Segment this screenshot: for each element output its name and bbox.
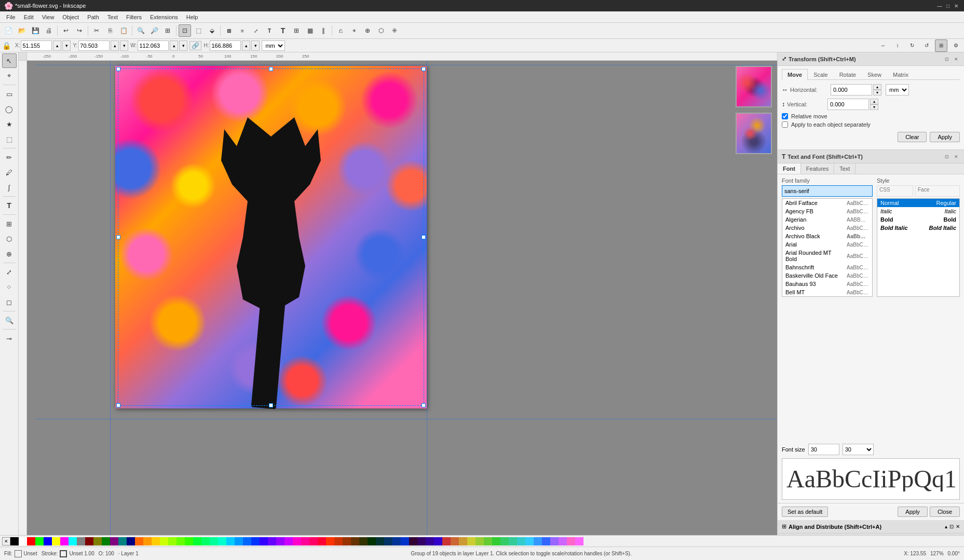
path-effect-button[interactable]: ⎌ (334, 24, 347, 37)
palette-color-swatch[interactable] (334, 537, 343, 545)
font-item-agency[interactable]: Agency FB AaBbCcIiPpQq12369$€... (782, 207, 872, 215)
palette-color-swatch[interactable] (434, 537, 442, 545)
rect-tool[interactable]: ▭ (2, 87, 17, 101)
paint-bucket-tool[interactable]: ⬡ (2, 231, 17, 246)
node-tool[interactable]: ⌖ (2, 69, 17, 83)
minimize-button[interactable]: — (936, 2, 943, 9)
calligraphy-tool[interactable]: ∫ (2, 180, 17, 195)
transform-header[interactable]: ⤢ Transform (Shift+Ctrl+M) ⊡ ✕ (778, 52, 964, 66)
palette-color-swatch[interactable] (451, 537, 459, 545)
palette-color-swatch[interactable] (35, 537, 44, 545)
canvas-wrapper[interactable]: -250 -200 -150 -100 -50 0 50 100 150 200… (19, 52, 777, 547)
vert-down[interactable]: ▾ (870, 104, 878, 110)
font-tab-font[interactable]: Font (778, 163, 801, 174)
offset-button[interactable]: ⊕ (361, 24, 374, 37)
snap-on-button[interactable]: ⊞ (935, 39, 947, 52)
palette-color-swatch[interactable] (500, 537, 509, 545)
menu-view[interactable]: View (38, 13, 59, 21)
palette-color-swatch[interactable] (301, 537, 309, 545)
font-item-arial[interactable]: Arial AaBbCcIiPpQq12369$€7.JO (782, 240, 872, 249)
palette-color-swatch[interactable] (392, 537, 401, 545)
spray-btn[interactable]: ⁜ (388, 24, 401, 37)
font-list[interactable]: Abril Fatface AaBbCcIiPpQq12369$€... Age… (782, 198, 873, 297)
font-item-bahnschrift[interactable]: Bahnschrift AaBbCcIiPpQq12369$C7... (782, 263, 872, 271)
font-search-input[interactable] (782, 185, 873, 197)
frame-tool[interactable]: ▦ (304, 24, 316, 37)
align-distribute-header[interactable]: ⊞ Align and Distribute (Shift+Ctrl+A) ▴ … (778, 520, 964, 534)
font-item-archivo-black[interactable]: Archivo Black AaBbCcIiPpQq123... (782, 232, 872, 240)
font-tab-text[interactable]: Text (834, 163, 856, 174)
palette-color-swatch[interactable] (376, 537, 384, 545)
transform-close-btn[interactable]: ✕ (953, 56, 960, 63)
font-item-bellmt[interactable]: Bell MT AaBbCcIiPpQq12369$... (782, 288, 872, 296)
palette-color-swatch[interactable] (368, 537, 376, 545)
palette-color-swatch[interactable] (268, 537, 276, 545)
zoom-out-button[interactable]: 🔎 (148, 24, 160, 37)
undo-button[interactable]: ↩ (60, 24, 72, 37)
connector-tool[interactable]: ⤢ (2, 265, 17, 279)
palette-color-swatch[interactable] (193, 537, 201, 545)
palette-color-swatch[interactable] (168, 537, 176, 545)
palette-color-swatch[interactable] (243, 537, 251, 545)
palette-color-swatch[interactable] (343, 537, 351, 545)
palette-color-swatch[interactable] (542, 537, 550, 545)
palette-color-swatch[interactable] (459, 537, 467, 545)
palette-color-swatch[interactable] (210, 537, 218, 545)
palette-color-swatch[interactable] (152, 537, 160, 545)
copy-button[interactable]: ⎘ (104, 24, 116, 37)
palette-color-swatch[interactable] (517, 537, 525, 545)
w-input[interactable] (138, 40, 169, 51)
vertical-input[interactable] (827, 99, 869, 110)
font-tab-features[interactable]: Features (801, 163, 834, 174)
ungroup-button[interactable]: ⬙ (206, 24, 218, 37)
text-font-float-btn[interactable]: ⊡ (943, 153, 951, 160)
h-down[interactable]: ▾ (251, 40, 260, 51)
print-button[interactable]: 🖨 (43, 24, 55, 37)
tab-skew[interactable]: Skew (862, 69, 887, 80)
palette-color-swatch[interactable] (409, 537, 417, 545)
style-bold-italic[interactable]: Bold Italic Bold Italic (877, 224, 959, 232)
text-font-header[interactable]: T Text and Font (Shift+Ctrl+T) ⊡ ✕ (778, 150, 964, 163)
palette-color-swatch[interactable] (575, 537, 583, 545)
font-item-arial-rounded[interactable]: Arial Rounded MT Bold AaBbCcIiPp... (782, 249, 872, 263)
palette-color-swatch[interactable] (60, 537, 69, 545)
palette-color-swatch[interactable] (384, 537, 392, 545)
pen-tool[interactable]: 🖊 (2, 165, 17, 180)
palette-color-swatch[interactable] (260, 537, 268, 545)
w-down[interactable]: ▾ (179, 40, 187, 51)
font-apply-button[interactable]: Apply (898, 507, 928, 517)
zoom-tool[interactable]: 🔍 (2, 313, 17, 327)
node-effect-button[interactable]: ⌖ (348, 24, 360, 37)
pencil-tool[interactable]: ✏ (2, 150, 17, 165)
font-item-abril[interactable]: Abril Fatface AaBbCcIiPpQq12369$€... (782, 199, 872, 207)
text-tool-btn2[interactable]: T (277, 24, 289, 37)
tab-rotate[interactable]: Rotate (834, 69, 862, 80)
menu-object[interactable]: Object (58, 13, 83, 21)
new-button[interactable]: 📄 (2, 24, 15, 37)
palette-color-swatch[interactable] (309, 537, 318, 545)
palette-color-swatch[interactable] (559, 537, 567, 545)
x-down[interactable]: ▾ (62, 40, 71, 51)
align-float-btn[interactable]: ⊡ (949, 524, 954, 529)
horiz-up[interactable]: ▴ (873, 84, 881, 90)
unit-select[interactable]: mm px cm in (262, 40, 285, 51)
redo-button[interactable]: ↪ (73, 24, 86, 37)
style-normal[interactable]: Normal Regular (877, 199, 959, 207)
rotate-cw-button[interactable]: ↻ (906, 39, 918, 52)
palette-color-swatch[interactable] (201, 537, 210, 545)
measure-tool[interactable]: ⊸ (2, 331, 17, 346)
palette-color-swatch[interactable] (77, 537, 85, 545)
palette-color-swatch[interactable] (44, 537, 52, 545)
vert-up[interactable]: ▴ (870, 99, 878, 104)
palette-color-swatch[interactable] (52, 537, 60, 545)
palette-color-swatch[interactable] (160, 537, 168, 545)
rotate-ccw-button[interactable]: ↺ (920, 39, 933, 52)
transform-unit[interactable]: mm px cm (886, 84, 909, 95)
w-up[interactable]: ▴ (170, 40, 178, 51)
palette-color-swatch[interactable] (235, 537, 243, 545)
palette-color-swatch[interactable] (359, 537, 368, 545)
palette-color-swatch[interactable] (351, 537, 359, 545)
apply-each-checkbox[interactable] (782, 121, 788, 128)
horizontal-input[interactable] (831, 84, 872, 95)
style-list[interactable]: Normal Regular Italic Italic Bold Bold (877, 198, 960, 297)
